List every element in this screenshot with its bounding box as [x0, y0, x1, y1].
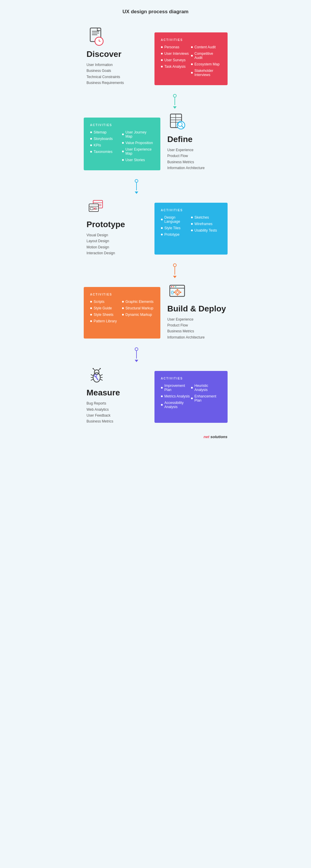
prototype-activities: ACTIVITIES Design Language Style Tiles P… — [154, 203, 228, 254]
prototype-title: Prototype — [87, 220, 148, 229]
list-item: User Surveys — [161, 58, 191, 62]
list-item: Design Language — [161, 215, 191, 224]
measure-icon — [87, 365, 107, 386]
svg-rect-35 — [177, 294, 178, 296]
discover-activities-cols: Personas User Interviews User Surveys Ta… — [161, 45, 221, 79]
build-icon: {} — [167, 281, 188, 302]
build-desc-4: Information Architecture — [167, 334, 228, 340]
build-right: {} Build & Deploy User Experience Produc… — [160, 278, 233, 348]
list-item: Taxonomies — [90, 150, 122, 154]
prototype-col1: Design Language Style Tiles Prototype — [161, 215, 191, 239]
measure-title: Measure — [87, 388, 148, 398]
arrow-3 — [116, 264, 233, 278]
list-item: Storyboards — [90, 137, 122, 141]
define-right: Define User Experience Product Flow Busi… — [160, 109, 233, 179]
svg-point-29 — [171, 286, 172, 287]
discover-icon — [87, 27, 107, 47]
measure-desc-2: Web Analytics — [87, 407, 148, 412]
define-activities-label: ACTIVITIES — [90, 123, 154, 127]
prototype-desc-1: Visual Design — [87, 232, 148, 238]
discover-desc-1: User Information — [87, 62, 124, 68]
list-item: Stakeholder Interviews — [191, 69, 221, 77]
list-item: User Experience Map — [122, 147, 154, 156]
list-item: Content Audit — [191, 45, 221, 49]
discover-desc: User Information Business Goals Technica… — [87, 62, 124, 86]
discover-desc-4: Business Requirements — [87, 80, 124, 86]
prototype-activities-label: ACTIVITIES — [161, 209, 221, 212]
arrow-4 — [78, 347, 233, 362]
list-item: User Stories — [122, 158, 154, 162]
list-item: Graphic Elements — [122, 300, 154, 304]
build-activities-label: ACTIVITIES — [90, 293, 154, 296]
measure-activities-label: ACTIVITIES — [161, 377, 221, 380]
footer: net solutions — [78, 432, 233, 442]
measure-desc: Bug Reports Web Analytics User Feedback … — [87, 400, 148, 425]
list-item: Competitive Audit — [191, 52, 221, 60]
prototype-left: Prototype Visual Design Layout Design Mo… — [78, 194, 154, 264]
measure-left: Measure Bug Reports Web Analytics User F… — [78, 362, 154, 432]
list-item: Style Sheets — [90, 313, 122, 317]
prototype-col2: Sketches Wireframes Usability Tests — [191, 215, 221, 239]
prototype-desc: Visual Design Layout Design Motion Desig… — [87, 232, 148, 256]
list-item: Prototype — [161, 232, 191, 237]
svg-line-45 — [91, 374, 93, 376]
define-desc-2: Product Flow — [167, 153, 205, 159]
svg-rect-37 — [180, 292, 181, 293]
page-title: UX design process diagram — [78, 9, 233, 15]
define-section: ACTIVITIES Sitemap Storyboards KPIs Taxo… — [78, 109, 233, 179]
discover-col2: Content Audit Competitive Audit Ecosyste… — [191, 45, 221, 79]
svg-point-33 — [176, 291, 179, 293]
define-icon — [167, 112, 188, 132]
arrow-2 — [78, 179, 233, 194]
svg-line-50 — [100, 379, 103, 380]
list-item: Dynamic Markup — [122, 313, 154, 317]
discover-desc-2: Business Goals — [87, 68, 124, 74]
measure-activities-cols: Improvement Plan Metrics Analysis Access… — [161, 383, 221, 411]
define-col2: User Journey Map Value Proposition User … — [122, 130, 154, 164]
discover-col1: Personas User Interviews User Surveys Ta… — [161, 45, 191, 79]
discover-left: Discover User Information Business Goals… — [78, 24, 154, 94]
svg-text:{}: {} — [171, 290, 174, 294]
discover-activities: ACTIVITIES Personas User Interviews User… — [154, 32, 228, 85]
prototype-desc-2: Layout Design — [87, 238, 148, 244]
discover-activities-label: ACTIVITIES — [161, 38, 221, 41]
list-item: Improvement Plan — [161, 383, 191, 392]
list-item: Enhancement Plan — [191, 394, 221, 402]
define-desc-1: User Experience — [167, 147, 205, 153]
svg-rect-34 — [177, 289, 178, 290]
measure-desc-1: Bug Reports — [87, 400, 148, 406]
list-item: Scripts — [90, 300, 122, 304]
list-item: Sitemap — [90, 130, 122, 134]
list-item: Usability Tests — [191, 228, 221, 232]
prototype-desc-3: Motion Design — [87, 244, 148, 250]
build-desc: User Experience Product Flow Business Me… — [167, 316, 228, 341]
define-desc: User Experience Product Flow Business Me… — [167, 147, 205, 171]
prototype-activities-cols: Design Language Style Tiles Prototype Sk… — [161, 215, 221, 239]
measure-activities: ACTIVITIES Improvement Plan Metrics Anal… — [154, 371, 228, 423]
svg-line-47 — [91, 379, 93, 380]
list-item: Task Analysis — [161, 64, 191, 69]
list-item: Pattern Library — [90, 319, 122, 323]
build-col1: Scripts Style Guide Style Sheets Pattern… — [90, 300, 122, 326]
list-item: Style Tiles — [161, 226, 191, 230]
list-item: Structural Markup — [122, 306, 154, 310]
arrow-1 — [116, 94, 233, 109]
define-activities: ACTIVITIES Sitemap Storyboards KPIs Taxo… — [84, 118, 160, 170]
svg-point-31 — [175, 286, 176, 287]
page-wrapper: UX design process diagram — [78, 0, 233, 448]
discover-desc-3: Technical Constraints — [87, 74, 124, 80]
list-item: Personas — [161, 45, 191, 49]
list-item: Accessibility Analysis — [161, 401, 191, 409]
list-item: Heuristic Analysis — [191, 383, 221, 392]
svg-point-44 — [100, 368, 101, 369]
list-item: Value Proposition — [122, 141, 154, 145]
build-title: Build & Deploy — [167, 304, 228, 313]
svg-point-40 — [94, 370, 99, 374]
discover-title: Discover — [87, 50, 121, 59]
svg-point-30 — [173, 286, 174, 287]
discover-section: Discover User Information Business Goals… — [78, 24, 233, 94]
define-col1: Sitemap Storyboards KPIs Taxonomies — [90, 130, 122, 164]
list-item: Wireframes — [191, 222, 221, 226]
define-activities-cols: Sitemap Storyboards KPIs Taxonomies User… — [90, 130, 154, 164]
list-item: User Journey Map — [122, 130, 154, 138]
